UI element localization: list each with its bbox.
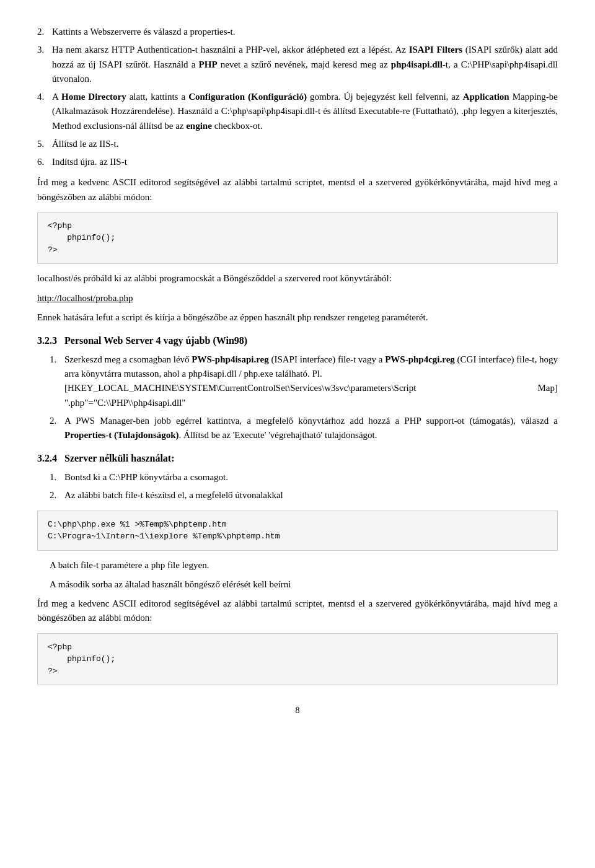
item-text: A Home Directory alatt, kattints a Confi…: [52, 90, 558, 133]
item-num: 5.: [37, 137, 48, 151]
item-num: 6.: [37, 155, 48, 169]
list-item-2: 2. Kattints a Webszerverre és válaszd a …: [37, 25, 558, 39]
item-num: 2.: [50, 414, 61, 443]
item-text: Ha nem akarsz HTTP Authentication-t hasz…: [52, 43, 558, 86]
code-block-2: C:\php\php.exe %1 >%Temp%\phptemp.htm C:…: [37, 511, 558, 551]
paragraph-after-link: Ennek hatására lefut a script és kiírja …: [37, 310, 558, 325]
section-heading-3-2-3: 3.2.3 Personal Web Server 4 vagy újabb (…: [37, 333, 558, 349]
item-num: 1.: [50, 353, 61, 410]
section-3-2-4: 3.2.4 Szerver nélküli használat: 1. Bont…: [37, 451, 558, 502]
item-num: 3.: [37, 43, 48, 86]
section-heading-3-2-4: 3.2.4 Szerver nélküli használat:: [37, 451, 558, 467]
item-num: 2.: [50, 488, 61, 502]
section-3-2-3: 3.2.3 Personal Web Server 4 vagy újabb (…: [37, 333, 558, 442]
item-text: Állítsd le az IIS-t.: [52, 137, 558, 151]
section-item-3: 1. Bontsd ki a C:\PHP könyvtárba a csoma…: [50, 470, 558, 484]
item-text: Indítsd újra. az IIS-t: [52, 155, 558, 169]
item-text: Kattints a Webszerverre és válaszd a pro…: [52, 25, 558, 39]
list-item-3: 3. Ha nem akarsz HTTP Authentication-t h…: [37, 43, 558, 86]
section-item-2: 2. A PWS Manager-ben jobb egérrel kattin…: [50, 414, 558, 443]
list-item-4: 4. A Home Directory alatt, kattints a Co…: [37, 90, 558, 133]
list-item-5: 5. Állítsd le az IIS-t.: [37, 137, 558, 151]
item-text: Szerkeszd meg a csomagban lévő PWS-php4i…: [64, 353, 558, 410]
item-num: 4.: [37, 90, 48, 133]
code-block-1: <?php phpinfo(); ?>: [37, 212, 558, 265]
item-text: A PWS Manager-ben jobb egérrel kattintva…: [64, 414, 558, 443]
paragraph-final: Írd meg a kedvenc ASCII editorod segítsé…: [37, 597, 558, 626]
page-number: 8: [37, 704, 558, 717]
list-item-6: 6. Indítsd újra. az IIS-t: [37, 155, 558, 169]
paragraph-after-list: Írd meg a kedvenc ASCII editorod segítsé…: [37, 175, 558, 204]
item-text: Az alábbi batch file-t készítsd el, a me…: [64, 488, 558, 502]
section-item-4: 2. Az alábbi batch file-t készítsd el, a…: [50, 488, 558, 502]
item-num: 1.: [50, 470, 61, 484]
item-num: 2.: [37, 25, 48, 39]
localhost-link[interactable]: http://localhost/proba.php: [37, 293, 133, 303]
link-localhost[interactable]: http://localhost/proba.php: [37, 291, 558, 305]
section-item-1: 1. Szerkeszd meg a csomagban lévő PWS-ph…: [50, 353, 558, 410]
code-block-3: <?php phpinfo(); ?>: [37, 633, 558, 686]
batch-text-1: A batch file-t paramétere a php file leg…: [50, 558, 558, 592]
item-text: Bontsd ki a C:\PHP könyvtárba a csomagot…: [64, 470, 558, 484]
paragraph-localhost: localhost/és próbáld ki az alábbi progra…: [37, 271, 558, 286]
